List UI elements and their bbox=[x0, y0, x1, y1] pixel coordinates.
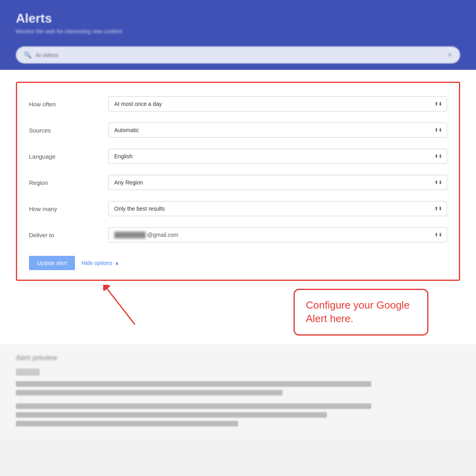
how-often-row: How often At most once a day As-it-happe… bbox=[29, 91, 447, 117]
sources-select-wrapper: Automatic News Blogs Web ⬆⬇ bbox=[108, 123, 447, 138]
options-panel: How often At most once a day As-it-happe… bbox=[16, 82, 460, 281]
region-label: Region bbox=[29, 179, 108, 186]
how-many-row: How many Only the best results All resul… bbox=[29, 196, 447, 222]
email-arrow-icon: ⬆⬇ bbox=[434, 232, 442, 238]
tooltip-text: Configure your Google Alert here. bbox=[306, 299, 416, 326]
how-often-select[interactable]: At most once a day As-it-happens At most… bbox=[108, 96, 447, 111]
preview-title: Alert preview bbox=[16, 354, 460, 362]
how-many-select[interactable]: Only the best results All results bbox=[108, 201, 447, 216]
deliver-to-label: Deliver to bbox=[29, 232, 108, 238]
preview-line-5 bbox=[16, 421, 238, 426]
annotation-area: Configure your Google Alert here. bbox=[16, 285, 460, 332]
up-arrow-icon: ▲ bbox=[115, 260, 119, 266]
hide-options-label: Hide options bbox=[81, 260, 112, 266]
preview-line-1 bbox=[16, 381, 371, 387]
main-content: How often At most once a day As-it-happe… bbox=[0, 70, 476, 344]
header: Alerts Monitor the web for interesting n… bbox=[0, 0, 476, 42]
header-subtitle: Monitor the web for interesting new cont… bbox=[16, 28, 460, 35]
preview-section: Alert preview bbox=[0, 344, 476, 439]
region-select[interactable]: Any Region United States United Kingdom bbox=[108, 175, 447, 190]
hide-options-button[interactable]: Hide options ▲ bbox=[81, 260, 119, 266]
deliver-to-row: Deliver to ████████ @gmail.com ⬆⬇ bbox=[29, 222, 447, 248]
how-many-label: How many bbox=[29, 205, 108, 212]
sources-row: Sources Automatic News Blogs Web ⬆⬇ bbox=[29, 117, 447, 143]
email-display[interactable]: ████████ @gmail.com ⬆⬇ bbox=[108, 227, 447, 242]
button-row: Update alert Hide options ▲ bbox=[29, 256, 447, 270]
search-bar-area: 🔍 AI videos ✕ bbox=[0, 42, 476, 70]
update-alert-button[interactable]: Update alert bbox=[29, 256, 75, 270]
region-row: Region Any Region United States United K… bbox=[29, 169, 447, 196]
email-domain: @gmail.com bbox=[147, 232, 178, 238]
page-wrapper: Alerts Monitor the web for interesting n… bbox=[0, 0, 476, 476]
how-many-select-wrapper: Only the best results All results ⬆⬇ bbox=[108, 201, 447, 216]
how-often-label: How often bbox=[29, 101, 108, 107]
search-icon: 🔍 bbox=[24, 51, 32, 59]
tooltip-box: Configure your Google Alert here. bbox=[294, 289, 428, 336]
svg-line-1 bbox=[107, 289, 135, 324]
clear-search-icon[interactable]: ✕ bbox=[447, 51, 452, 59]
search-value: AI videos bbox=[36, 52, 443, 58]
annotation-arrow bbox=[103, 285, 151, 328]
how-often-select-wrapper: At most once a day As-it-happens At most… bbox=[108, 96, 447, 111]
language-select-wrapper: English Any Language Spanish ⬆⬇ bbox=[108, 149, 447, 164]
language-select[interactable]: English Any Language Spanish bbox=[108, 149, 447, 164]
preview-line-4 bbox=[16, 412, 327, 418]
search-bar[interactable]: 🔍 AI videos ✕ bbox=[16, 46, 460, 63]
email-wrapper: ████████ @gmail.com ⬆⬇ bbox=[108, 227, 447, 242]
preview-line-2 bbox=[16, 390, 282, 395]
language-row: Language English Any Language Spanish ⬆⬇ bbox=[29, 143, 447, 169]
preview-line-3 bbox=[16, 403, 371, 409]
sources-select[interactable]: Automatic News Blogs Web bbox=[108, 123, 447, 138]
email-username: ████████ bbox=[114, 232, 146, 238]
region-select-wrapper: Any Region United States United Kingdom … bbox=[108, 175, 447, 190]
sources-label: Sources bbox=[29, 127, 108, 134]
language-label: Language bbox=[29, 153, 108, 160]
preview-tag bbox=[16, 369, 40, 376]
page-title: Alerts bbox=[16, 11, 460, 26]
